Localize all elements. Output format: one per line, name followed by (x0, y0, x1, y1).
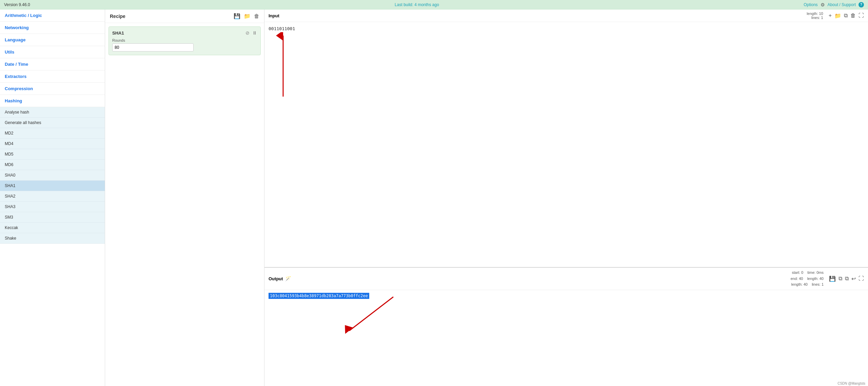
recipe-icons: 💾 📁 🗑 (234, 13, 259, 19)
recipe-delete-icon[interactable]: 🗑 (254, 13, 259, 19)
sidebar-item-md5[interactable]: MD5 (0, 149, 105, 160)
sha1-card-icons: ⊘ ⏸ (245, 30, 257, 36)
sidebar-item-generate-all-hashes[interactable]: Generate all hashes (0, 118, 105, 128)
input-lines-meta: lines: 1 (811, 16, 823, 20)
main-layout: Arithmetic / Logic Networking Language U… (0, 9, 868, 386)
sidebar-item-keccak[interactable]: Keccak (0, 223, 105, 233)
sidebar-item-sha2[interactable]: SHA2 (0, 191, 105, 202)
recipe-save-icon[interactable]: 💾 (234, 13, 240, 19)
sidebar-item-networking[interactable]: Networking (0, 22, 105, 34)
svg-line-3 (349, 297, 393, 331)
sidebar-item-md2[interactable]: MD2 (0, 128, 105, 139)
recipe-title: Recipe (110, 14, 125, 19)
input-arrow (275, 32, 292, 100)
help-icon[interactable]: ? (859, 2, 864, 7)
input-add-icon[interactable]: + (829, 13, 832, 19)
sha1-disable-icon[interactable]: ⊘ (245, 30, 250, 36)
input-header: Input length: 10 lines: 1 + 📁 ⧉ 🗑 ⛶ (264, 9, 868, 22)
output-meta-start: start: 0 (792, 270, 803, 275)
sidebar: Arithmetic / Logic Networking Language U… (0, 9, 105, 386)
output-meta: start: 0 time: 0ms end: 40 length: 40 le… (791, 270, 824, 288)
sidebar-item-sha3[interactable]: SHA3 (0, 202, 105, 212)
output-undo-icon[interactable]: ↩ (851, 276, 856, 282)
sidebar-item-md6[interactable]: MD6 (0, 160, 105, 170)
recipe-header: Recipe 💾 📁 🗑 (105, 9, 264, 23)
output-title: Output (269, 276, 283, 281)
input-meta: length: 10 lines: 1 (807, 12, 823, 20)
sidebar-item-arithmetic-logic[interactable]: Arithmetic / Logic (0, 9, 105, 22)
sha1-operation-card: SHA1 ⊘ ⏸ Rounds (108, 26, 261, 55)
options-link[interactable]: Options (804, 2, 817, 7)
sidebar-item-extractors[interactable]: Extractors (0, 70, 105, 83)
sidebar-item-language[interactable]: Language (0, 34, 105, 46)
output-header: Output 🪄 start: 0 time: 0ms end: 40 leng… (264, 267, 868, 290)
input-title: Input (269, 13, 279, 18)
output-icons: 💾 ⧉ ⧉ ↩ ⛶ (829, 276, 864, 282)
output-meta-length2: length: 40 (807, 277, 824, 281)
sidebar-item-sha0[interactable]: SHA0 (0, 170, 105, 181)
sidebar-item-shake[interactable]: Shake (0, 233, 105, 244)
sidebar-item-sm3[interactable]: SM3 (0, 212, 105, 223)
input-section: Input length: 10 lines: 1 + 📁 ⧉ 🗑 ⛶ (264, 9, 868, 267)
version-label: Version 9.46.0 (4, 2, 30, 7)
gear-icon[interactable]: ⚙ (821, 2, 825, 7)
output-arrow (339, 290, 407, 344)
right-panel: Input length: 10 lines: 1 + 📁 ⧉ 🗑 ⛶ (264, 9, 868, 386)
recipe-panel: Recipe 💾 📁 🗑 SHA1 ⊘ ⏸ Rounds (105, 9, 264, 386)
input-expand-icon[interactable]: ⛶ (859, 13, 864, 19)
sha1-rounds-label: Rounds (112, 38, 257, 42)
build-status: Last build: 4 months ago (395, 2, 439, 7)
output-section: Output 🪄 start: 0 time: 0ms end: 40 leng… (264, 267, 868, 386)
output-title-group: Output 🪄 (269, 276, 291, 281)
output-meta-lines: lines: 1 (812, 282, 824, 286)
output-content[interactable]: 103c8041593b4b8e38971db283a7a773b0ffc2ee (264, 290, 868, 386)
sha1-card-title: SHA1 (112, 31, 124, 36)
output-meta-end: end: 40 (791, 277, 803, 281)
topbar-right: Options ⚙ About / Support ? (804, 2, 864, 7)
input-folder-icon[interactable]: 📁 (834, 13, 841, 19)
sha1-pause-icon[interactable]: ⏸ (252, 30, 257, 36)
about-link[interactable]: About / Support (828, 2, 856, 7)
output-meta-length: length: 40 (791, 282, 808, 286)
sidebar-item-compression[interactable]: Compression (0, 83, 105, 95)
input-content[interactable]: 0011011001 (264, 22, 868, 267)
output-save-icon[interactable]: 💾 (829, 276, 836, 282)
input-value: 0011011001 (269, 26, 295, 31)
input-copy-icon[interactable]: ⧉ (844, 13, 848, 19)
sha1-card-header: SHA1 ⊘ ⏸ (112, 30, 257, 36)
sidebar-item-md4[interactable]: MD4 (0, 139, 105, 149)
input-delete-icon[interactable]: 🗑 (850, 13, 856, 19)
output-copy-icon[interactable]: ⧉ (839, 276, 842, 282)
output-meta-time: time: 0ms (807, 270, 824, 275)
footer: CSDN @Mangtsts (835, 381, 868, 386)
output-wand-icon[interactable]: 🪄 (285, 276, 291, 281)
sidebar-item-date-time[interactable]: Date / Time (0, 58, 105, 70)
sidebar-item-utils[interactable]: Utils (0, 46, 105, 58)
output-expand-icon[interactable]: ⛶ (859, 276, 864, 282)
recipe-folder-icon[interactable]: 📁 (244, 13, 251, 19)
topbar: Version 9.46.0 Last build: 4 months ago … (0, 0, 868, 9)
sidebar-item-analyse-hash[interactable]: Analyse hash (0, 107, 105, 118)
output-copy2-icon[interactable]: ⧉ (845, 276, 849, 282)
input-icons: + 📁 ⧉ 🗑 ⛶ (829, 13, 864, 19)
sha1-rounds-input[interactable] (112, 43, 194, 52)
sidebar-item-hashing[interactable]: Hashing (0, 95, 105, 107)
sidebar-item-sha1[interactable]: SHA1 (0, 181, 105, 191)
input-length-meta: length: 10 (807, 12, 823, 16)
footer-text: CSDN @Mangtsts (837, 382, 865, 385)
